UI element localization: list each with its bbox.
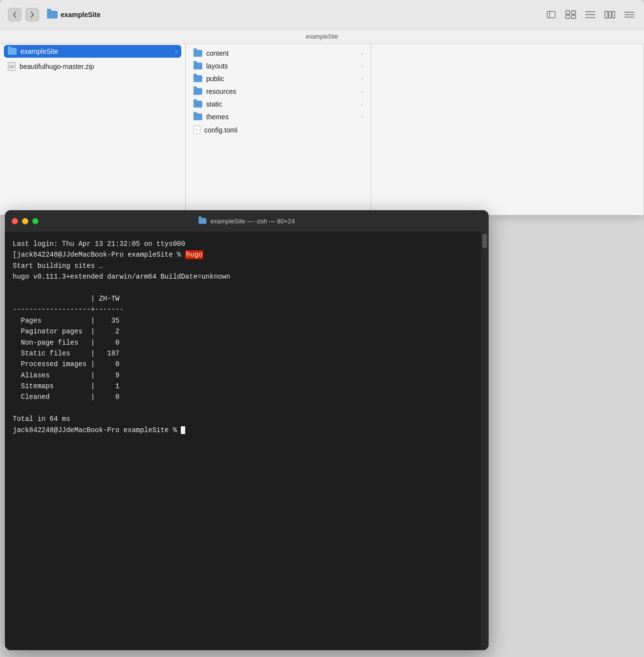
forward-button[interactable] [25,8,39,22]
terminal-scrollbar[interactable] [481,232,489,650]
terminal-folder-icon [198,218,206,224]
view-column-button[interactable] [603,8,617,22]
terminal-line: Last login: Thu Apr 13 21:32:05 on ttys0… [13,239,474,249]
folder-icon [193,88,202,95]
finder-column-2: content › layouts › public › resources ›… [186,44,371,215]
toolbar-title-area: exampleSite [47,11,540,19]
item-name: config.toml [204,126,237,134]
item-name: exampleSite [21,47,58,55]
folder-icon [47,11,58,19]
terminal-line: Sitemaps | 1 [13,381,474,392]
folder-icon [193,50,202,57]
terminal-line: Aliases | 9 [13,370,474,381]
chevron-right-icon: › [361,63,363,69]
list-item[interactable]: resources › [186,85,371,98]
terminal-title-text: exampleSite — -zsh — 80×24 [210,218,295,225]
path-bar: exampleSite [0,29,644,44]
terminal-line [13,283,474,293]
folder-icon [193,101,202,108]
terminal-line: Start building sites … [13,261,474,271]
terminal-cursor [181,426,185,434]
toolbar-title: exampleSite [61,11,101,19]
back-button[interactable] [8,8,21,22]
sidebar-toggle-button[interactable] [544,8,558,22]
close-button[interactable] [12,218,18,224]
terminal-line: Processed images | 0 [13,359,474,370]
chevron-right-icon: › [361,75,363,82]
list-item[interactable]: exampleSite › [4,45,181,58]
item-name: themes [206,113,229,121]
terminal-line: Pages | 35 [13,315,474,326]
terminal-line: Total in 64 ms [13,414,474,424]
chevron-right-icon: › [175,48,177,55]
terminal-line: Cleaned | 0 [13,392,474,402]
list-item[interactable]: public › [186,72,371,85]
folder-icon [8,48,17,55]
folder-icon [193,63,202,69]
terminal-line: Static files | 187 [13,348,474,359]
svg-rect-0 [547,11,555,18]
item-name: content [206,49,229,57]
finder-column-1: exampleSite › ZIP beautifulhugo-master.z… [0,44,186,215]
finder-column-3 [371,44,644,215]
more-options-button[interactable] [623,8,636,22]
path-bar-text: exampleSite [306,33,338,40]
terminal-window: exampleSite — -zsh — 80×24 Last login: T… [5,210,489,650]
finder-content: exampleSite › ZIP beautifulhugo-master.z… [0,44,644,215]
terminal-body[interactable]: Last login: Thu Apr 13 21:32:05 on ttys0… [5,232,489,650]
chevron-right-icon: › [361,50,363,57]
hugo-command-highlight: hugo [185,250,204,259]
finder-window: exampleSite [0,0,644,215]
list-item[interactable]: layouts › [186,60,371,72]
svg-rect-11 [612,11,615,18]
folder-icon [193,75,202,82]
item-name: public [206,75,224,83]
item-name: static [206,100,222,108]
list-item[interactable]: static › [186,98,371,110]
terminal-line: Non-page files | 0 [13,337,474,348]
list-item[interactable]: ≡ config.toml [186,123,371,136]
view-list-button[interactable] [583,8,597,22]
list-item[interactable]: ZIP beautifulhugo-master.zip [0,60,185,73]
svg-rect-9 [605,11,608,18]
terminal-title: exampleSite — -zsh — 80×24 [198,218,295,225]
terminal-line: -------------------+------- [13,304,474,315]
terminal-line: [jack842248@JJdeMacBook-Pro exampleSite … [13,249,474,260]
svg-rect-3 [572,11,576,14]
scrollbar-thumb[interactable] [482,234,487,248]
item-name: beautifulhugo-master.zip [20,63,94,70]
svg-rect-10 [609,11,611,18]
file-icon: ≡ [193,126,200,134]
terminal-line: jack842248@JJdeMacBook-Pro exampleSite % [13,425,474,436]
chevron-right-icon: › [361,101,363,108]
svg-rect-4 [566,15,570,19]
terminal-titlebar: exampleSite — -zsh — 80×24 [5,210,489,232]
item-name: resources [206,88,236,95]
finder-toolbar: exampleSite [0,0,644,29]
terminal-line [13,403,474,414]
list-item[interactable]: themes › [186,110,371,123]
toolbar-right [544,8,636,22]
zip-icon: ZIP [8,62,16,71]
minimize-button[interactable] [22,218,28,224]
chevron-right-icon: › [361,88,363,95]
svg-rect-2 [566,11,570,14]
view-gallery-button[interactable] [564,8,578,22]
svg-rect-5 [572,15,576,19]
chevron-right-icon: › [361,113,363,120]
list-item[interactable]: content › [186,47,371,60]
terminal-line: Paginator pages | 2 [13,326,474,337]
item-name: layouts [206,62,228,70]
terminal-line: hugo v0.111.3+extended darwin/arm64 Buil… [13,271,474,282]
maximize-button[interactable] [32,218,39,224]
folder-icon [193,113,202,120]
terminal-line: | ZH-TW [13,293,474,304]
